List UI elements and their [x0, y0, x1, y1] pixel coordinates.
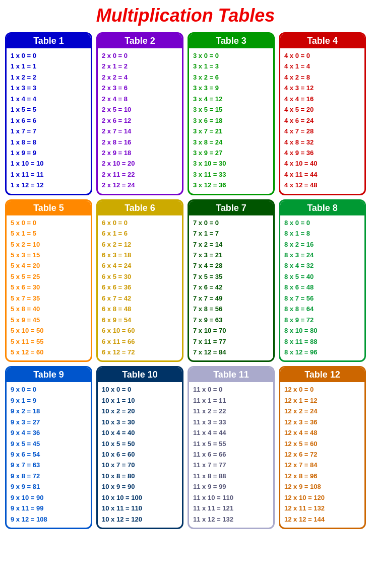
table-row: 9 x 11 = 99 [11, 503, 87, 513]
table-card-7: Table 77 x 0 = 07 x 1 = 77 x 2 = 147 x 3… [188, 199, 275, 362]
table-card-2: Table 22 x 0 = 02 x 1 = 22 x 2 = 42 x 3 … [96, 32, 183, 195]
table-body-9: 9 x 0 = 09 x 1 = 99 x 2 = 189 x 3 = 279 … [7, 382, 91, 528]
table-row: 11 x 9 = 99 [193, 481, 269, 492]
table-row: 6 x 12 = 72 [102, 347, 178, 357]
table-row: 2 x 3 = 6 [102, 83, 178, 93]
table-body-6: 6 x 0 = 06 x 1 = 66 x 2 = 126 x 3 = 186 … [98, 215, 182, 361]
table-row: 3 x 9 = 27 [193, 148, 269, 158]
table-header-6: Table 6 [98, 201, 182, 215]
table-header-8: Table 8 [280, 201, 364, 215]
table-row: 7 x 9 = 63 [193, 315, 269, 325]
table-row: 3 x 6 = 18 [193, 115, 269, 126]
table-row: 7 x 1 = 7 [193, 228, 269, 239]
table-row: 11 x 3 = 33 [193, 417, 269, 427]
table-row: 8 x 6 = 48 [284, 282, 360, 292]
table-row: 10 x 6 = 60 [102, 449, 178, 460]
table-row: 2 x 6 = 12 [102, 115, 178, 126]
table-row: 6 x 6 = 36 [102, 282, 178, 292]
table-body-4: 4 x 0 = 04 x 1 = 44 x 2 = 84 x 3 = 124 x… [280, 48, 364, 194]
table-card-4: Table 44 x 0 = 04 x 1 = 44 x 2 = 84 x 3 … [279, 32, 366, 195]
table-row: 8 x 5 = 40 [284, 271, 360, 282]
table-row: 9 x 12 = 108 [11, 514, 87, 525]
table-row: 9 x 7 = 63 [11, 460, 87, 470]
table-row: 2 x 12 = 24 [102, 180, 178, 190]
table-row: 10 x 0 = 0 [102, 384, 178, 395]
table-body-2: 2 x 0 = 02 x 1 = 22 x 2 = 42 x 3 = 62 x … [98, 48, 182, 194]
table-row: 4 x 9 = 36 [284, 148, 360, 158]
tables-grid: Table 11 x 0 = 01 x 1 = 11 x 2 = 21 x 3 … [5, 32, 366, 529]
table-row: 9 x 10 = 90 [11, 492, 87, 503]
table-row: 1 x 9 = 9 [11, 148, 87, 158]
table-row: 7 x 2 = 14 [193, 239, 269, 250]
table-row: 10 x 3 = 30 [102, 417, 178, 427]
table-row: 4 x 11 = 44 [284, 169, 360, 180]
table-row: 5 x 9 = 45 [11, 315, 87, 325]
table-row: 9 x 1 = 9 [11, 395, 87, 406]
table-row: 6 x 5 = 30 [102, 271, 178, 282]
table-row: 2 x 10 = 20 [102, 158, 178, 169]
table-body-11: 11 x 0 = 011 x 1 = 1111 x 2 = 2211 x 3 =… [189, 382, 273, 528]
table-row: 3 x 11 = 33 [193, 169, 269, 180]
table-header-11: Table 11 [189, 368, 273, 382]
table-row: 10 x 8 = 80 [102, 471, 178, 481]
table-row: 4 x 10 = 40 [284, 158, 360, 169]
table-row: 1 x 3 = 3 [11, 83, 87, 93]
table-row: 1 x 11 = 11 [11, 169, 87, 180]
table-row: 4 x 1 = 4 [284, 61, 360, 71]
table-card-12: Table 1212 x 0 = 012 x 1 = 1212 x 2 = 24… [279, 366, 366, 529]
table-row: 7 x 3 = 21 [193, 250, 269, 260]
table-row: 5 x 8 = 40 [11, 304, 87, 314]
table-row: 7 x 12 = 84 [193, 347, 269, 357]
table-row: 5 x 4 = 20 [11, 260, 87, 271]
table-row: 6 x 8 = 48 [102, 304, 178, 314]
table-row: 7 x 7 = 49 [193, 293, 269, 304]
table-row: 2 x 1 = 2 [102, 61, 178, 71]
table-row: 8 x 3 = 24 [284, 250, 360, 260]
table-row: 5 x 6 = 30 [11, 282, 87, 292]
table-row: 12 x 4 = 48 [284, 427, 360, 438]
table-row: 1 x 5 = 5 [11, 104, 87, 115]
table-row: 1 x 1 = 1 [11, 61, 87, 71]
table-row: 9 x 3 = 27 [11, 417, 87, 427]
table-row: 7 x 8 = 56 [193, 304, 269, 314]
table-row: 4 x 7 = 28 [284, 126, 360, 136]
table-row: 3 x 3 = 9 [193, 83, 269, 93]
table-row: 12 x 9 = 108 [284, 481, 360, 492]
table-row: 9 x 9 = 81 [11, 481, 87, 492]
table-row: 11 x 7 = 77 [193, 460, 269, 470]
table-row: 7 x 0 = 0 [193, 217, 269, 228]
table-row: 5 x 2 = 10 [11, 239, 87, 250]
table-row: 2 x 7 = 14 [102, 126, 178, 136]
table-header-4: Table 4 [280, 34, 364, 48]
table-row: 2 x 8 = 16 [102, 137, 178, 148]
table-row: 11 x 0 = 0 [193, 384, 269, 395]
table-row: 5 x 7 = 35 [11, 293, 87, 304]
table-body-10: 10 x 0 = 010 x 1 = 1010 x 2 = 2010 x 3 =… [98, 382, 182, 528]
table-row: 6 x 2 = 12 [102, 239, 178, 250]
table-card-1: Table 11 x 0 = 01 x 1 = 11 x 2 = 21 x 3 … [5, 32, 92, 195]
table-row: 2 x 0 = 0 [102, 50, 178, 61]
table-row: 8 x 7 = 56 [284, 293, 360, 304]
table-row: 8 x 10 = 80 [284, 325, 360, 336]
table-row: 7 x 11 = 77 [193, 336, 269, 347]
table-row: 1 x 6 = 6 [11, 115, 87, 126]
table-row: 10 x 7 = 70 [102, 460, 178, 470]
table-row: 11 x 2 = 22 [193, 406, 269, 416]
table-row: 10 x 10 = 100 [102, 492, 178, 503]
table-row: 10 x 12 = 120 [102, 514, 178, 525]
table-row: 2 x 9 = 18 [102, 148, 178, 158]
table-row: 2 x 4 = 8 [102, 94, 178, 104]
table-row: 4 x 12 = 48 [284, 180, 360, 190]
table-header-2: Table 2 [98, 34, 182, 48]
table-row: 6 x 0 = 0 [102, 217, 178, 228]
table-row: 10 x 5 = 50 [102, 438, 178, 449]
table-row: 9 x 6 = 54 [11, 449, 87, 460]
table-row: 7 x 6 = 42 [193, 282, 269, 292]
table-header-10: Table 10 [98, 368, 182, 382]
table-row: 4 x 3 = 12 [284, 83, 360, 93]
table-header-3: Table 3 [189, 34, 273, 48]
table-row: 12 x 8 = 96 [284, 471, 360, 481]
table-row: 11 x 8 = 88 [193, 471, 269, 481]
table-row: 5 x 10 = 50 [11, 325, 87, 336]
table-row: 1 x 2 = 2 [11, 72, 87, 83]
